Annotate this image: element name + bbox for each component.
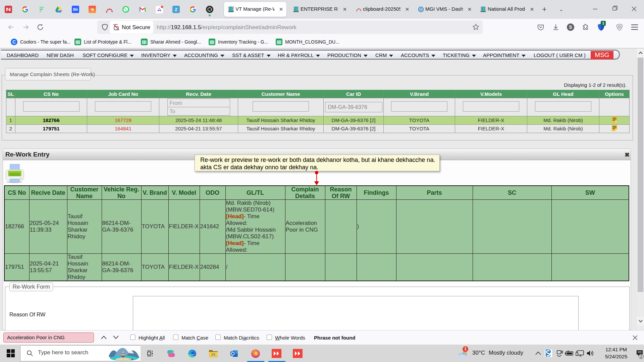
svg-text:অ: অ (91, 7, 94, 12)
svg-text:Bē: Bē (73, 7, 78, 11)
svg-text:Z: Z (175, 7, 177, 12)
